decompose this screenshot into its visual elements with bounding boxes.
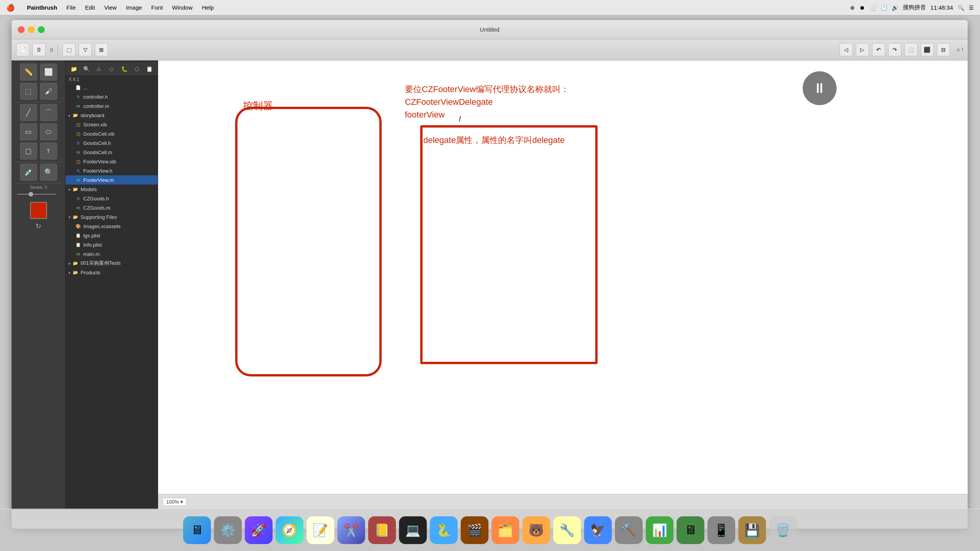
nav-report-icon[interactable]: 📋 bbox=[144, 64, 155, 74]
dock-sketch[interactable]: 🔧 bbox=[553, 516, 581, 544]
sidebar-item-tests[interactable]: ▸ 📂 001买购案例Tests bbox=[66, 259, 158, 268]
sidebar-item-supporting-files[interactable]: ▾ 📂 Supporting Files bbox=[66, 212, 158, 222]
sidebar-item-controller-h[interactable]: h controller.h bbox=[66, 92, 158, 101]
eyedropper-tool[interactable]: 💉 bbox=[20, 164, 37, 181]
sidebar-item-footerview-xib[interactable]: ◫ FooterView.xib bbox=[66, 157, 158, 166]
zoom-in-btn[interactable]: ▷ bbox=[856, 43, 869, 56]
curve-tool[interactable]: ⌒ bbox=[40, 104, 57, 121]
dock-hammer[interactable]: 🔨 bbox=[615, 516, 643, 544]
sidebar-item-info-plist[interactable]: 📋 Info.plist bbox=[66, 240, 158, 249]
nav-breakpoint-icon[interactable]: ⬡ bbox=[132, 64, 142, 74]
apple-menu[interactable]: 🍎 bbox=[6, 3, 15, 12]
sidebar-item-dots[interactable]: 📄 ... bbox=[66, 83, 158, 92]
dock-launchpad[interactable]: 🚀 bbox=[245, 516, 273, 544]
menu-extras-icon[interactable]: ☰ bbox=[969, 5, 974, 11]
menu-image[interactable]: Image bbox=[126, 4, 142, 11]
sidebar-item-goodscell-h[interactable]: h GoodsCell.h bbox=[66, 138, 158, 148]
sidebar-item-screen-xib[interactable]: ◫ Screen.xib bbox=[66, 120, 158, 129]
dock-safari[interactable]: 🧭 bbox=[276, 516, 303, 544]
nav-folder-icon[interactable]: 📁 bbox=[69, 64, 79, 74]
dock-xcode[interactable]: ✂️ bbox=[337, 516, 365, 544]
grid-tool[interactable]: ⊞ bbox=[95, 43, 108, 56]
nav-warning-icon[interactable]: ⚠ bbox=[94, 64, 104, 74]
shape-tool[interactable]: ▽ bbox=[79, 43, 92, 56]
nav-search-icon[interactable]: 🔍 bbox=[81, 64, 92, 74]
dock-filezilla[interactable]: 🗂️ bbox=[492, 516, 519, 544]
undo-btn[interactable]: ↶ bbox=[872, 43, 885, 56]
menu-window[interactable]: Window bbox=[172, 4, 192, 11]
sidebar-label-controller-m: controller.m bbox=[83, 103, 109, 109]
sidebar-item-main-m[interactable]: m main.m bbox=[66, 249, 158, 259]
dock-system-prefs[interactable]: ⚙️ bbox=[214, 516, 242, 544]
sidebar-item-czgoods-m[interactable]: m CZGoods.m bbox=[66, 203, 158, 212]
sidebar-item-controller-m[interactable]: m controller.m bbox=[66, 101, 158, 111]
dock-numbers[interactable]: 📊 bbox=[646, 516, 674, 544]
rect-tool[interactable]: ▭ bbox=[20, 123, 37, 140]
menu-font[interactable]: Font bbox=[151, 4, 163, 11]
oval-tool[interactable]: ⬭ bbox=[40, 123, 57, 140]
fill-tool[interactable]: T bbox=[40, 143, 57, 160]
sidebar-item-tgs-plist[interactable]: 📋 tgs.plist bbox=[66, 231, 158, 240]
dock-terminal[interactable]: 💻 bbox=[399, 516, 427, 544]
pause-button[interactable]: ⏸ bbox=[803, 71, 837, 105]
line-tool[interactable]: ╱ bbox=[20, 104, 37, 121]
sidebar-item-products[interactable]: ▸ 📂 Products bbox=[66, 268, 158, 277]
resize-btn[interactable]: ⬛ bbox=[921, 43, 934, 56]
m-icon-main: m bbox=[75, 250, 82, 257]
h-icon-2: h bbox=[75, 139, 82, 146]
flip-btn[interactable]: ⊟ bbox=[937, 43, 950, 56]
sidebar-item-storyboard[interactable]: ▸ 📂 storyboard bbox=[66, 111, 158, 120]
dock-eagle[interactable]: 🦅 bbox=[584, 516, 612, 544]
ime-label[interactable]: 搜狗拼音 bbox=[903, 4, 926, 11]
nav-test-icon[interactable]: ◇ bbox=[106, 64, 117, 74]
crop-btn[interactable]: ⬜ bbox=[904, 43, 918, 56]
rounded-rect-tool[interactable]: ▢ bbox=[20, 143, 37, 160]
zoom-tool[interactable]: 🔍 bbox=[40, 164, 57, 181]
menu-view[interactable]: View bbox=[104, 4, 116, 11]
canvas-area[interactable]: ⏸ 控制器 要位CZFooterView编写代理协议名称就叫： CZFooter… bbox=[158, 60, 968, 509]
search-icon[interactable]: 🔍 bbox=[958, 5, 964, 11]
menu-edit[interactable]: Edit bbox=[85, 4, 95, 11]
expand-arrow: ▸ bbox=[69, 113, 71, 118]
minimize-button[interactable] bbox=[28, 26, 35, 33]
stroke-slider[interactable] bbox=[15, 191, 61, 197]
selection-tool[interactable]: ⬚ bbox=[20, 83, 37, 100]
sidebar-item-images-xcassets[interactable]: 🎨 Images.xcassets bbox=[66, 222, 158, 231]
pencil-tool[interactable]: ✏️ bbox=[20, 64, 37, 81]
eraser-tool[interactable]: ⬜ bbox=[40, 64, 57, 81]
dock-trash[interactable]: 🗑️ bbox=[769, 516, 797, 544]
select-tool[interactable]: ⬚ bbox=[62, 43, 76, 56]
menu-paintbrush[interactable]: Paintbrush bbox=[27, 4, 57, 11]
maximize-button[interactable] bbox=[38, 26, 45, 33]
sidebar-item-czgoods-h[interactable]: h CZGoods.h bbox=[66, 194, 158, 203]
dock-bear[interactable]: 🐻 bbox=[522, 516, 550, 544]
open-button[interactable]: 0 bbox=[32, 43, 45, 56]
sidebar-item-goodscell-xib[interactable]: ◫ GoodsCell.xib bbox=[66, 129, 158, 138]
sidebar-item-footerview-h[interactable]: h FooterView.h bbox=[66, 166, 158, 175]
dock-onenote[interactable]: 📒 bbox=[368, 516, 396, 544]
sidebar-item-models[interactable]: ▸ 📂 Models bbox=[66, 185, 158, 194]
dock-finder[interactable]: 🖥 bbox=[183, 516, 211, 544]
dock-python[interactable]: 🐍 bbox=[430, 516, 458, 544]
dock-screens[interactable]: 🖥 bbox=[677, 516, 704, 544]
new-button[interactable]: 📄 bbox=[16, 43, 29, 56]
color-swatch[interactable] bbox=[30, 202, 47, 219]
color-rotate-icon[interactable]: ↻ bbox=[35, 222, 41, 230]
nav-debug-icon[interactable]: 🐛 bbox=[119, 64, 130, 74]
error-badge: ! bbox=[962, 47, 963, 52]
dock-ios-sim[interactable]: 📱 bbox=[707, 516, 735, 544]
sidebar-item-footerview-m[interactable]: m FooterView.m bbox=[66, 175, 158, 185]
dock-archive[interactable]: 💾 bbox=[738, 516, 766, 544]
dock-movie[interactable]: 🎬 bbox=[461, 516, 488, 544]
sidebar-item-goodscell-m[interactable]: m GoodsCell.m bbox=[66, 148, 158, 157]
sidebar-item-label: ... bbox=[83, 85, 88, 91]
menu-help[interactable]: Help bbox=[202, 4, 214, 11]
paint-tool[interactable]: 🖌 bbox=[40, 83, 57, 100]
zoom-display[interactable]: 100% ▾ bbox=[163, 498, 187, 506]
sidebar-label-goodscell-m: GoodsCell.m bbox=[83, 150, 112, 155]
menu-file[interactable]: File bbox=[66, 4, 76, 11]
dock-notes[interactable]: 📝 bbox=[306, 516, 334, 544]
close-button[interactable] bbox=[18, 26, 25, 33]
zoom-out-btn[interactable]: ◁ bbox=[840, 43, 853, 56]
redo-btn[interactable]: ↷ bbox=[888, 43, 901, 56]
